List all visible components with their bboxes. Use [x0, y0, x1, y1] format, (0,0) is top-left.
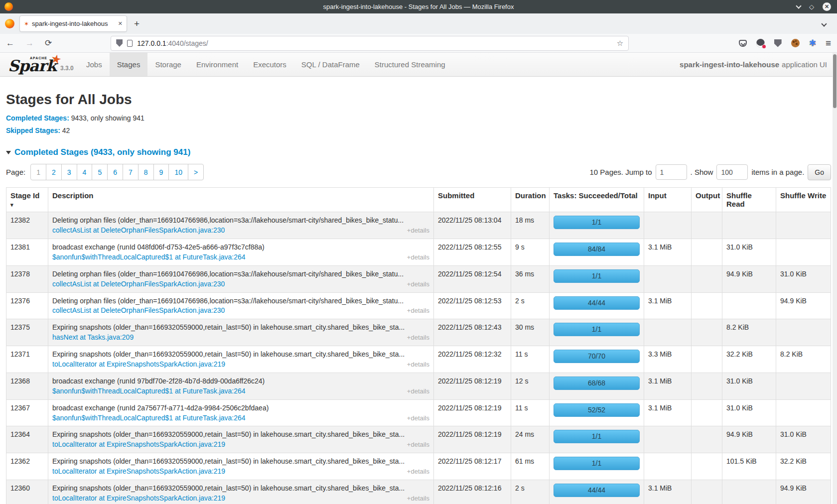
page-button-8[interactable]: 8 — [138, 164, 154, 180]
page-button-7[interactable]: 7 — [123, 164, 139, 180]
forward-icon[interactable]: → — [25, 39, 34, 47]
shuffle-write-cell — [776, 319, 831, 346]
pocket-icon[interactable] — [739, 40, 747, 47]
stage-detail-link[interactable]: collectAsList at DeleteOrphanFilesSparkA… — [52, 306, 225, 315]
url-bar[interactable]: 127.0.0.1:4040/stages/ ☆ — [111, 36, 629, 51]
header-input[interactable]: Input — [644, 188, 692, 212]
details-toggle[interactable]: +details — [407, 360, 429, 369]
menu-icon[interactable]: ≡ — [826, 38, 831, 48]
new-tab-button[interactable]: + — [134, 18, 140, 29]
container-extension-icon[interactable] — [756, 39, 765, 47]
jump-to-page-input[interactable] — [656, 164, 687, 180]
tab-close-icon[interactable]: ✕ — [118, 20, 123, 27]
description-cell: Expiring snapshots (older_than=166932055… — [48, 346, 434, 373]
items-per-page-input[interactable] — [716, 164, 748, 180]
nav-item-sql-dataframe[interactable]: SQL / DataFrame — [294, 53, 367, 76]
window-maximize-icon[interactable]: ◇ — [809, 3, 814, 10]
page-button-3[interactable]: 3 — [61, 164, 77, 180]
duration-cell: 2 s — [511, 292, 550, 319]
cookie-extension-icon[interactable] — [791, 39, 800, 47]
page-title: Stages for All Jobs — [6, 92, 831, 108]
page-button-1[interactable]: 1 — [30, 164, 46, 180]
details-toggle[interactable]: +details — [407, 333, 429, 342]
nav-item-executors[interactable]: Executors — [246, 53, 294, 76]
page-button-5[interactable]: 5 — [92, 164, 108, 180]
page-button-9[interactable]: 9 — [153, 164, 169, 180]
details-toggle[interactable]: +details — [407, 494, 429, 503]
nav-item-storage[interactable]: Storage — [147, 53, 189, 76]
details-toggle[interactable]: +details — [407, 414, 429, 423]
pagination-bar: Page: 12345678910> 10 Pages. Jump to . S… — [6, 164, 831, 180]
stage-detail-link[interactable]: toLocalIterator at ExpireSnapshotsSparkA… — [52, 360, 225, 369]
scrollbar-thumb[interactable] — [833, 54, 837, 108]
stage-detail-link[interactable]: collectAsList at DeleteOrphanFilesSparkA… — [52, 279, 225, 289]
output-cell — [692, 426, 722, 453]
nav-item-environment[interactable]: Environment — [189, 53, 246, 76]
completed-stages-section-toggle[interactable]: Completed Stages (9433, only showing 941… — [6, 147, 831, 157]
header-shuffle-read[interactable]: Shuffle Read — [722, 188, 776, 212]
header-tasks[interactable]: Tasks: Succeeded/Total — [550, 188, 644, 212]
nav-item-stages[interactable]: Stages — [110, 53, 148, 76]
shuffle-read-cell: 31.0 KiB — [722, 239, 776, 265]
task-progress-label: 44/44 — [588, 486, 605, 495]
table-row: 12362 Expiring snapshots (older_than=166… — [6, 453, 831, 480]
tasks-cell: 84/84 — [550, 239, 644, 265]
apache-label: APACHE — [30, 56, 47, 60]
page-info-icon[interactable] — [127, 40, 133, 47]
page-button-2[interactable]: 2 — [46, 164, 62, 180]
extension-asterisk-icon[interactable]: ✱ — [809, 39, 816, 47]
tab-list-chevron-icon[interactable] — [821, 21, 827, 26]
stage-detail-link[interactable]: collectAsList at DeleteOrphanFilesSparkA… — [52, 226, 225, 235]
window-close-icon[interactable]: ✕ — [823, 2, 831, 11]
ublock-shield-icon[interactable] — [774, 39, 782, 47]
shuffle-read-cell: 31.0 KiB — [722, 399, 776, 426]
details-toggle[interactable]: +details — [407, 226, 429, 235]
url-text[interactable]: 127.0.0.1:4040/stages/ — [137, 39, 612, 47]
header-submitted[interactable]: Submitted — [434, 188, 511, 212]
browser-tab[interactable]: ✶ spark-ingest-into-lakehous ✕ — [19, 15, 127, 32]
page-button-6[interactable]: 6 — [107, 164, 123, 180]
stage-detail-link[interactable]: $anonfun$withThreadLocalCaptured$1 at Fu… — [52, 386, 246, 396]
page-button-4[interactable]: 4 — [77, 164, 93, 180]
task-progress-bar: 1/1 — [554, 457, 640, 470]
details-toggle[interactable]: +details — [407, 280, 429, 289]
details-toggle[interactable]: +details — [407, 387, 429, 396]
shuffle-read-cell — [722, 292, 776, 319]
spark-favicon-icon: ✶ — [24, 21, 29, 27]
nav-item-structured-streaming[interactable]: Structured Streaming — [367, 53, 453, 76]
details-toggle[interactable]: +details — [407, 467, 429, 476]
next-page-button[interactable]: > — [188, 164, 204, 180]
go-button[interactable]: Go — [808, 164, 831, 180]
header-output[interactable]: Output — [692, 188, 722, 212]
tracking-shield-icon[interactable] — [116, 39, 123, 47]
details-toggle[interactable]: +details — [407, 253, 429, 262]
bookmark-star-icon[interactable]: ☆ — [617, 39, 623, 48]
stage-detail-link[interactable]: toLocalIterator at ExpireSnapshotsSparkA… — [52, 494, 225, 503]
details-toggle[interactable]: +details — [407, 306, 429, 315]
output-cell — [692, 373, 722, 399]
nav-item-jobs[interactable]: Jobs — [79, 53, 110, 76]
spark-navbar: APACHE Spark ★ 3.3.0 JobsStagesStorageEn… — [0, 53, 837, 77]
header-stage-id[interactable]: Stage Id ▾ — [6, 188, 48, 212]
reload-icon[interactable]: ⟳ — [45, 39, 52, 47]
details-toggle[interactable]: +details — [407, 440, 429, 449]
tasks-cell: 44/44 — [550, 480, 644, 504]
stage-detail-link[interactable]: $anonfun$withThreadLocalCaptured$1 at Fu… — [52, 252, 246, 262]
output-cell — [692, 265, 722, 292]
window-minimize-icon[interactable] — [796, 3, 801, 8]
stage-detail-link[interactable]: toLocalIterator at ExpireSnapshotsSparkA… — [52, 440, 225, 449]
page-button-10[interactable]: 10 — [168, 164, 188, 180]
skipped-stages-summary: Skipped Stages: 42 — [6, 126, 831, 136]
submitted-cell: 2022/11/25 08:13:04 — [434, 212, 511, 239]
submitted-cell: 2022/11/25 08:12:53 — [434, 292, 511, 319]
back-icon[interactable]: ← — [6, 39, 14, 47]
firefox-view-icon[interactable] — [5, 19, 14, 28]
header-duration[interactable]: Duration — [511, 188, 550, 212]
header-description[interactable]: Description — [48, 188, 434, 212]
output-cell — [692, 399, 722, 426]
stage-detail-link[interactable]: hasNext at Tasks.java:209 — [52, 333, 134, 342]
header-shuffle-write[interactable]: Shuffle Write — [776, 188, 831, 212]
stage-detail-link[interactable]: $anonfun$withThreadLocalCaptured$1 at Fu… — [52, 413, 246, 423]
stage-detail-link[interactable]: toLocalIterator at ExpireSnapshotsSparkA… — [52, 467, 225, 476]
table-row: 12381 broadcast exchange (runId 048fd06f… — [6, 239, 831, 265]
